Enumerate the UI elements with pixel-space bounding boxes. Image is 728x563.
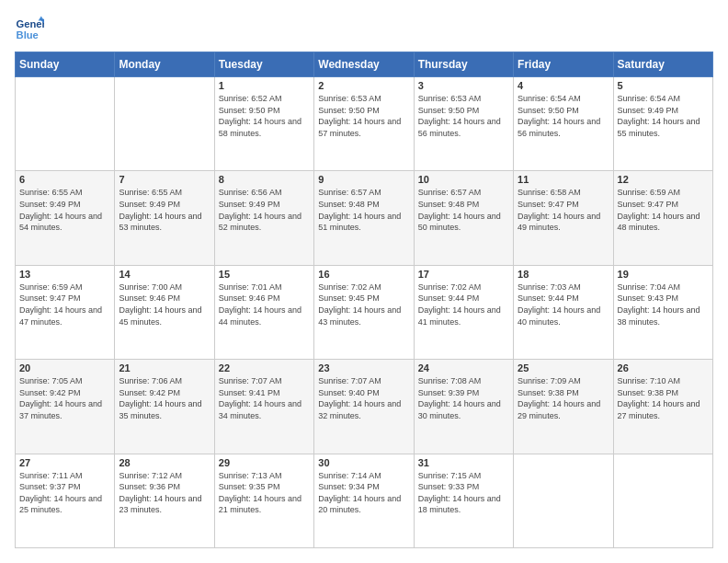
calendar-cell: 28Sunrise: 7:12 AM Sunset: 9:36 PM Dayli…	[115, 454, 214, 547]
calendar-cell: 2Sunrise: 6:53 AM Sunset: 9:50 PM Daylig…	[314, 77, 414, 171]
day-number: 7	[119, 174, 210, 185]
calendar-cell: 10Sunrise: 6:57 AM Sunset: 9:48 PM Dayli…	[414, 171, 513, 265]
day-info: Sunrise: 7:00 AM Sunset: 9:46 PM Dayligh…	[119, 282, 210, 327]
calendar-cell: 21Sunrise: 7:06 AM Sunset: 9:42 PM Dayli…	[115, 360, 214, 454]
calendar-week-1: 1Sunrise: 6:52 AM Sunset: 9:50 PM Daylig…	[16, 77, 713, 171]
calendar-cell: 9Sunrise: 6:57 AM Sunset: 9:48 PM Daylig…	[314, 171, 414, 265]
calendar-cell	[613, 454, 712, 547]
calendar-cell: 3Sunrise: 6:53 AM Sunset: 9:50 PM Daylig…	[414, 77, 513, 171]
day-number: 18	[518, 269, 609, 280]
day-number: 16	[318, 269, 409, 280]
calendar-cell	[514, 454, 613, 547]
day-number: 31	[418, 457, 509, 468]
calendar-cell: 6Sunrise: 6:55 AM Sunset: 9:49 PM Daylig…	[16, 171, 115, 265]
calendar-cell: 4Sunrise: 6:54 AM Sunset: 9:50 PM Daylig…	[514, 77, 613, 171]
day-number: 17	[418, 269, 509, 280]
calendar-cell: 23Sunrise: 7:07 AM Sunset: 9:40 PM Dayli…	[314, 360, 414, 454]
day-info: Sunrise: 7:15 AM Sunset: 9:33 PM Dayligh…	[418, 470, 509, 516]
calendar-cell: 14Sunrise: 7:00 AM Sunset: 9:46 PM Dayli…	[115, 265, 214, 359]
day-info: Sunrise: 6:56 AM Sunset: 9:49 PM Dayligh…	[219, 187, 310, 233]
day-number: 6	[19, 174, 110, 185]
calendar-week-2: 6Sunrise: 6:55 AM Sunset: 9:49 PM Daylig…	[16, 171, 713, 265]
day-info: Sunrise: 7:10 AM Sunset: 9:38 PM Dayligh…	[618, 375, 709, 421]
day-info: Sunrise: 6:55 AM Sunset: 9:49 PM Dayligh…	[19, 187, 110, 233]
day-number: 25	[518, 362, 609, 373]
calendar-cell: 1Sunrise: 6:52 AM Sunset: 9:50 PM Daylig…	[214, 77, 313, 171]
logo: General Blue	[15, 15, 44, 44]
weekday-header-sunday: Sunday	[16, 52, 115, 77]
calendar-cell: 22Sunrise: 7:07 AM Sunset: 9:41 PM Dayli…	[214, 360, 313, 454]
day-info: Sunrise: 6:53 AM Sunset: 9:50 PM Dayligh…	[418, 93, 509, 139]
day-info: Sunrise: 7:13 AM Sunset: 9:35 PM Dayligh…	[219, 470, 310, 516]
calendar-cell: 25Sunrise: 7:09 AM Sunset: 9:38 PM Dayli…	[514, 360, 613, 454]
calendar-cell: 29Sunrise: 7:13 AM Sunset: 9:35 PM Dayli…	[214, 454, 313, 547]
day-number: 24	[418, 362, 509, 373]
calendar-cell: 27Sunrise: 7:11 AM Sunset: 9:37 PM Dayli…	[16, 454, 115, 547]
day-number: 9	[318, 174, 409, 185]
calendar-cell: 15Sunrise: 7:01 AM Sunset: 9:46 PM Dayli…	[214, 265, 313, 359]
day-number: 27	[19, 457, 110, 468]
day-info: Sunrise: 6:59 AM Sunset: 9:47 PM Dayligh…	[618, 187, 709, 233]
day-info: Sunrise: 7:06 AM Sunset: 9:42 PM Dayligh…	[119, 375, 210, 421]
calendar-cell: 19Sunrise: 7:04 AM Sunset: 9:43 PM Dayli…	[613, 265, 712, 359]
calendar-cell: 26Sunrise: 7:10 AM Sunset: 9:38 PM Dayli…	[613, 360, 712, 454]
calendar-cell: 30Sunrise: 7:14 AM Sunset: 9:34 PM Dayli…	[314, 454, 414, 547]
day-number: 23	[318, 362, 409, 373]
day-number: 26	[618, 362, 709, 373]
day-number: 12	[618, 174, 709, 185]
weekday-header-monday: Monday	[115, 52, 214, 77]
logo-icon: General Blue	[15, 15, 44, 44]
day-number: 22	[219, 362, 310, 373]
calendar-cell: 7Sunrise: 6:55 AM Sunset: 9:49 PM Daylig…	[115, 171, 214, 265]
calendar-cell: 12Sunrise: 6:59 AM Sunset: 9:47 PM Dayli…	[613, 171, 712, 265]
day-info: Sunrise: 7:09 AM Sunset: 9:38 PM Dayligh…	[518, 375, 609, 421]
calendar-cell: 5Sunrise: 6:54 AM Sunset: 9:49 PM Daylig…	[613, 77, 712, 171]
day-number: 19	[618, 269, 709, 280]
calendar-cell: 31Sunrise: 7:15 AM Sunset: 9:33 PM Dayli…	[414, 454, 513, 547]
day-number: 30	[318, 457, 409, 468]
day-number: 8	[219, 174, 310, 185]
day-info: Sunrise: 7:02 AM Sunset: 9:44 PM Dayligh…	[418, 282, 509, 327]
weekday-header-wednesday: Wednesday	[314, 52, 414, 77]
day-number: 20	[19, 362, 110, 373]
day-info: Sunrise: 6:54 AM Sunset: 9:49 PM Dayligh…	[618, 93, 709, 139]
calendar-cell: 18Sunrise: 7:03 AM Sunset: 9:44 PM Dayli…	[514, 265, 613, 359]
day-info: Sunrise: 6:52 AM Sunset: 9:50 PM Dayligh…	[219, 93, 310, 139]
day-info: Sunrise: 7:14 AM Sunset: 9:34 PM Dayligh…	[318, 470, 409, 516]
day-info: Sunrise: 7:12 AM Sunset: 9:36 PM Dayligh…	[119, 470, 210, 516]
day-info: Sunrise: 6:57 AM Sunset: 9:48 PM Dayligh…	[318, 187, 409, 233]
day-number: 11	[518, 174, 609, 185]
day-info: Sunrise: 6:59 AM Sunset: 9:47 PM Dayligh…	[19, 282, 110, 327]
calendar-cell: 24Sunrise: 7:08 AM Sunset: 9:39 PM Dayli…	[414, 360, 513, 454]
day-info: Sunrise: 7:07 AM Sunset: 9:41 PM Dayligh…	[219, 375, 310, 421]
day-info: Sunrise: 7:05 AM Sunset: 9:42 PM Dayligh…	[19, 375, 110, 421]
day-number: 10	[418, 174, 509, 185]
calendar-cell: 13Sunrise: 6:59 AM Sunset: 9:47 PM Dayli…	[16, 265, 115, 359]
day-info: Sunrise: 6:53 AM Sunset: 9:50 PM Dayligh…	[318, 93, 409, 139]
day-info: Sunrise: 7:08 AM Sunset: 9:39 PM Dayligh…	[418, 375, 509, 421]
weekday-header-thursday: Thursday	[414, 52, 513, 77]
day-info: Sunrise: 7:04 AM Sunset: 9:43 PM Dayligh…	[618, 282, 709, 327]
day-number: 3	[418, 80, 509, 91]
calendar-cell: 8Sunrise: 6:56 AM Sunset: 9:49 PM Daylig…	[214, 171, 313, 265]
day-info: Sunrise: 7:03 AM Sunset: 9:44 PM Dayligh…	[518, 282, 609, 327]
day-info: Sunrise: 7:11 AM Sunset: 9:37 PM Dayligh…	[19, 470, 110, 516]
day-number: 21	[119, 362, 210, 373]
day-info: Sunrise: 7:02 AM Sunset: 9:45 PM Dayligh…	[318, 282, 409, 327]
calendar-cell: 16Sunrise: 7:02 AM Sunset: 9:45 PM Dayli…	[314, 265, 414, 359]
day-info: Sunrise: 7:07 AM Sunset: 9:40 PM Dayligh…	[318, 375, 409, 421]
svg-text:Blue: Blue	[17, 29, 39, 40]
calendar-cell	[16, 77, 115, 171]
calendar-header-row: SundayMondayTuesdayWednesdayThursdayFrid…	[16, 52, 713, 77]
calendar-week-4: 20Sunrise: 7:05 AM Sunset: 9:42 PM Dayli…	[16, 360, 713, 454]
calendar-week-3: 13Sunrise: 6:59 AM Sunset: 9:47 PM Dayli…	[16, 265, 713, 359]
day-number: 1	[219, 80, 310, 91]
day-info: Sunrise: 6:55 AM Sunset: 9:49 PM Dayligh…	[119, 187, 210, 233]
day-info: Sunrise: 7:01 AM Sunset: 9:46 PM Dayligh…	[219, 282, 310, 327]
page-header: General Blue	[15, 15, 713, 44]
weekday-header-tuesday: Tuesday	[214, 52, 313, 77]
calendar-cell	[115, 77, 214, 171]
day-info: Sunrise: 6:57 AM Sunset: 9:48 PM Dayligh…	[418, 187, 509, 233]
day-info: Sunrise: 6:54 AM Sunset: 9:50 PM Dayligh…	[518, 93, 609, 139]
day-info: Sunrise: 6:58 AM Sunset: 9:47 PM Dayligh…	[518, 187, 609, 233]
